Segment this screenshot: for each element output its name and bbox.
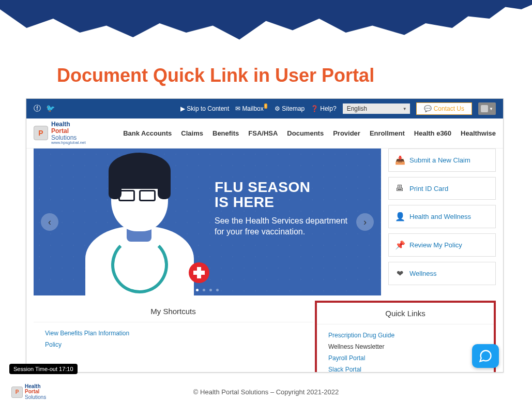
side-cards: 📥Submit a New Claim 🖶Print ID Card 👤Heal… [388, 149, 496, 295]
user-menu[interactable]: ▼ [478, 102, 496, 115]
dot-2[interactable] [203, 289, 205, 291]
dot-3[interactable] [209, 289, 212, 291]
nav-enrollment[interactable]: Enrollment [370, 129, 405, 137]
hero-body: See the Health Services department for y… [215, 215, 359, 238]
skip-to-content-link[interactable]: ▶ Skip to Content [180, 105, 229, 112]
nav-documents[interactable]: Documents [287, 129, 324, 137]
sitemap-link[interactable]: ⚙ Sitemap [275, 105, 305, 112]
medical-cross-icon [189, 262, 209, 283]
sidecard-label: Print ID Card [409, 185, 448, 192]
contact-us-button[interactable]: 💬 Contact Us [416, 102, 472, 115]
hero-carousel: ‹ › FLU SEASONIS HERE See the Health Ser… [34, 149, 381, 295]
logo-url: www.hpsglobal.net [51, 141, 86, 145]
doctor-illustration [65, 149, 215, 295]
sidecard-label: Review My Policy [409, 241, 462, 249]
sidecard-label: Wellness [409, 270, 437, 277]
nav-bank-accounts[interactable]: Bank Accounts [123, 129, 172, 137]
contact-label: Contact Us [434, 105, 464, 112]
mailbox-label: Mailbox [242, 105, 263, 112]
print-icon: 🖶 [395, 184, 404, 193]
sidecard-submit-claim[interactable]: 📥Submit a New Claim [388, 149, 496, 172]
shortcut-view-benefits[interactable]: View Benefits Plan Information [45, 328, 301, 339]
dot-1[interactable] [196, 289, 199, 291]
nav-healthwise[interactable]: Healthwise [461, 129, 496, 137]
avatar-icon [481, 105, 488, 112]
social-icons: ⓕ 🐦 [34, 104, 55, 113]
chat-icon [478, 349, 493, 363]
facebook-icon[interactable]: ⓕ [34, 104, 41, 113]
inbox-icon: 📥 [395, 155, 404, 165]
slide-title: Document Quick Link in User Portal [57, 65, 374, 86]
nav-claims[interactable]: Claims [181, 129, 203, 137]
decorative-wave [0, 0, 532, 47]
quicklink-wellness-newsletter: Wellness Newsletter [328, 341, 482, 352]
logo[interactable]: Health Portal Solutions www.hpsglobal.ne… [34, 121, 86, 145]
quicklink-payroll[interactable]: Payroll Portal [328, 352, 482, 364]
twitter-icon[interactable]: 🐦 [46, 104, 55, 113]
logo-mark-icon [34, 126, 48, 140]
language-select[interactable]: English [343, 103, 410, 114]
sidecard-print-id[interactable]: 🖶Print ID Card [388, 177, 496, 200]
session-timeout-pill: Session Time-out 17:10 [9, 364, 78, 374]
sidecard-health-wellness[interactable]: 👤Health and Wellness [388, 205, 496, 228]
portal-screenshot: ⓕ 🐦 ▶ Skip to Content ✉ Mailbox! ⚙ Sitem… [26, 98, 504, 373]
quick-links-panel: Quick Links Prescription Drug Guide Well… [315, 301, 496, 373]
carousel-prev-button[interactable]: ‹ [41, 213, 58, 231]
nav-bar: Health Portal Solutions www.hpsglobal.ne… [26, 118, 503, 149]
shortcuts-title: My Shortcuts [34, 301, 313, 322]
mailbox-link[interactable]: ✉ Mailbox! [235, 105, 268, 112]
logo-text: Health Portal Solutions www.hpsglobal.ne… [51, 121, 86, 145]
nav-benefits[interactable]: Benefits [212, 129, 239, 137]
heart-icon: ❤ [395, 269, 404, 278]
quicklink-slack[interactable]: Slack Portal [328, 364, 482, 373]
skip-label: Skip to Content [187, 105, 229, 112]
footer-copyright: © Health Portal Solutions – Copyright 20… [193, 388, 339, 396]
person-icon: 👤 [395, 212, 404, 221]
nav-fsa-hsa[interactable]: FSA/HSA [248, 129, 278, 137]
carousel-dots [196, 289, 219, 291]
help-link[interactable]: ❓ Help? [311, 105, 336, 112]
help-label: Help? [320, 105, 336, 112]
sidecard-label: Health and Wellness [409, 213, 471, 220]
caret-down-icon: ▼ [489, 107, 493, 111]
my-shortcuts-panel: My Shortcuts View Benefits Plan Informat… [34, 301, 313, 373]
sitemap-label: Sitemap [282, 105, 305, 112]
sidecard-review-policy[interactable]: 📌Review My Policy [388, 233, 496, 257]
shortcut-policy[interactable]: Policy [45, 339, 301, 350]
logo-line2: Portal [51, 128, 86, 135]
top-bar: ⓕ 🐦 ▶ Skip to Content ✉ Mailbox! ⚙ Sitem… [26, 99, 503, 118]
nav-provider[interactable]: Provider [333, 129, 360, 137]
sidecard-label: Submit a New Claim [409, 156, 470, 164]
sidecard-wellness[interactable]: ❤Wellness [388, 262, 496, 285]
footer-logo: P Health Portal Solutions [11, 384, 46, 400]
language-value: English [343, 103, 410, 114]
hero-text: FLU SEASONIS HERE See the Health Service… [215, 180, 359, 238]
mailbox-badge: ! [264, 103, 268, 109]
dot-4[interactable] [216, 289, 219, 291]
nav-links: Bank Accounts Claims Benefits FSA/HSA Do… [123, 129, 496, 137]
hero-title-1: FLU SEASON [215, 179, 310, 195]
hero-title-2: IS HERE [215, 194, 275, 210]
nav-health-e360[interactable]: Health e360 [414, 129, 451, 137]
footer-logo-mark-icon: P [11, 387, 23, 398]
pin-icon: 📌 [395, 240, 404, 250]
footer: P Health Portal Solutions © Health Porta… [0, 388, 532, 396]
chat-button[interactable] [472, 344, 499, 368]
footer-logo-line3: Solutions [25, 395, 46, 400]
quicklinks-title: Quick Links [317, 303, 494, 324]
quicklink-prescription[interactable]: Prescription Drug Guide [328, 330, 482, 341]
